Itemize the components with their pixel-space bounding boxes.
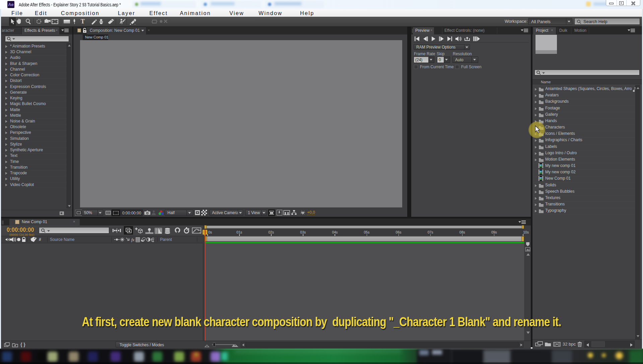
svg-text:fx: fx <box>131 237 135 242</box>
svg-text:T: T <box>81 18 85 25</box>
